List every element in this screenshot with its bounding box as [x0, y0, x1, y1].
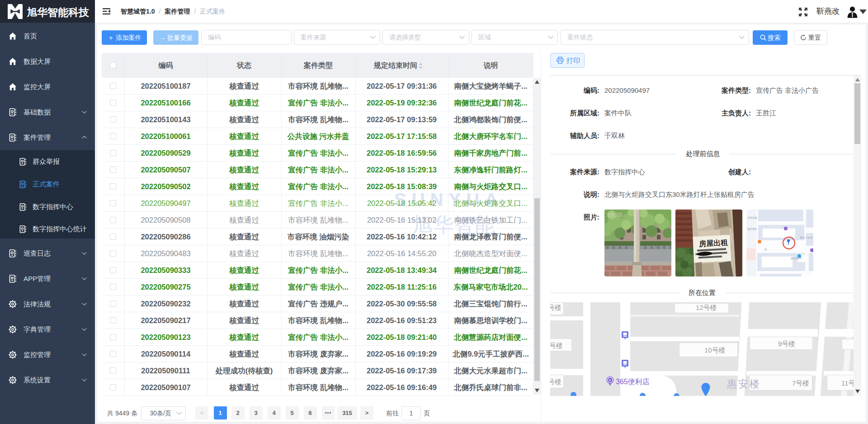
- svg-text:房屋出租: 房屋出租: [698, 238, 728, 248]
- svg-text:停车场路: 停车场路: [747, 216, 758, 219]
- svg-text:¥: ¥: [609, 378, 611, 382]
- svg-text:惠安小区东门: 惠安小区东门: [799, 236, 813, 239]
- svg-text:16:05: 16:05: [608, 211, 623, 218]
- svg-text:路: 路: [764, 248, 767, 251]
- svg-text:惠安楼区: 惠安楼区: [747, 228, 758, 230]
